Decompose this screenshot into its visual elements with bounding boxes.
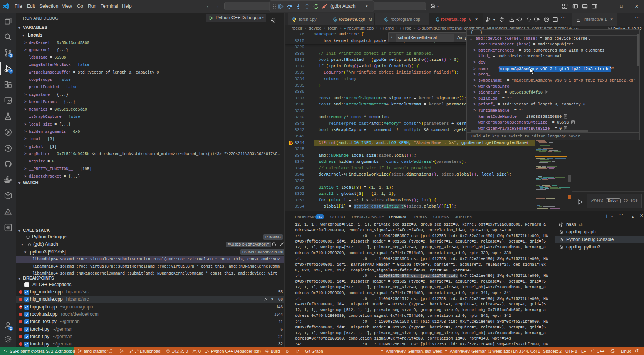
svg-text:A: A [7,211,9,214]
